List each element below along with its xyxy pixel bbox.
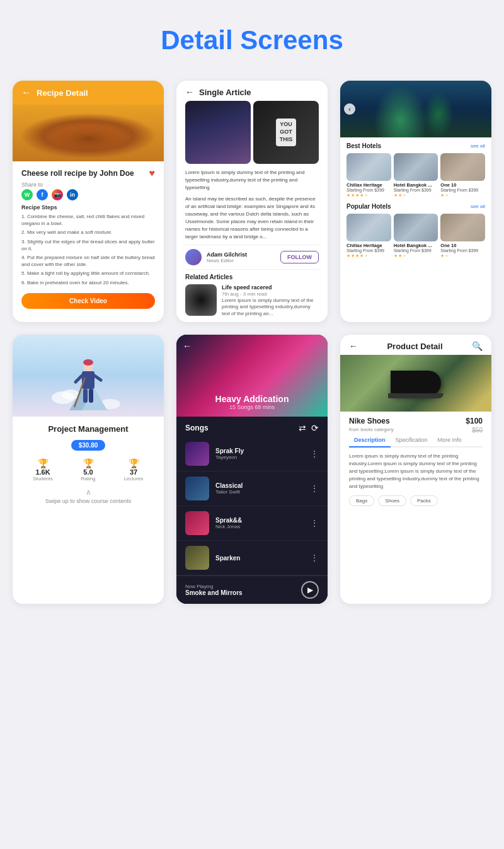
hotel-item-2: Hotel Bangkok ... Starting From $399 ★ ★… bbox=[394, 153, 438, 198]
song-thumb-2 bbox=[185, 476, 209, 500]
project-body: Project Management $30.80 🏆 1.6K Student… bbox=[13, 417, 164, 511]
music-back-button[interactable]: ← bbox=[183, 341, 192, 351]
best-hotels-title: Best Hotels bbox=[346, 142, 381, 149]
project-stats: 🏆 1.6K Students 🏆 5.0 Rating 🏆 37 Lectur… bbox=[21, 458, 155, 482]
trophy-icon-3: 🏆 bbox=[112, 458, 155, 468]
play-button[interactable]: ▶ bbox=[301, 581, 319, 599]
best-hotels-header: Best Hotels see all bbox=[346, 142, 485, 149]
repeat-icon[interactable]: ⟳ bbox=[311, 423, 319, 433]
song-more-1[interactable]: ⋮ bbox=[310, 449, 319, 459]
svg-point-6 bbox=[83, 359, 93, 366]
related-article-item: Life speed racered 7th aug - 3 min read … bbox=[185, 284, 319, 317]
tab-more-info[interactable]: More Info bbox=[433, 434, 467, 448]
article-body: Lorem Ipsum is simply dummy text of the … bbox=[176, 169, 328, 322]
single-article-card: ← Single Article YOUGOTTHIS Lorem Ipsum … bbox=[176, 81, 328, 322]
article-text-2: An island may be described as such, desp… bbox=[185, 195, 319, 241]
song-more-4[interactable]: ⋮ bbox=[310, 553, 319, 563]
song-thumb-3 bbox=[185, 511, 209, 535]
you-got-this-text: YOUGOTTHIS bbox=[276, 118, 297, 146]
hero-overlay bbox=[340, 81, 491, 137]
product-back-icon[interactable]: ← bbox=[349, 341, 358, 351]
article-back-icon[interactable]: ← bbox=[185, 87, 194, 97]
hotel-name-3: One 10 bbox=[440, 182, 485, 188]
stat-rating-value: 5.0 bbox=[67, 468, 110, 476]
best-hotels-see-all[interactable]: see all bbox=[471, 143, 485, 149]
svg-rect-9 bbox=[89, 389, 93, 403]
song-more-3[interactable]: ⋮ bbox=[310, 518, 319, 528]
trophy-icon-2: 🏆 bbox=[67, 458, 110, 468]
recipe-food-title: Cheese roll recipe by John Doe bbox=[21, 169, 134, 178]
song-item-3: Sprak&& Nick Jonas ⋮ bbox=[176, 506, 328, 541]
tag-packs[interactable]: Packs bbox=[410, 495, 438, 506]
hotels-card: ‹ Best Hotels see all Chillax Heritage S… bbox=[340, 81, 491, 322]
facebook-icon[interactable]: f bbox=[37, 189, 48, 200]
music-hero: ← Heavy Addication 15 Songs 68 mins bbox=[176, 335, 328, 417]
recipe-step-2: 2. Mix very well and make a soft mixture… bbox=[21, 229, 155, 236]
instagram-icon[interactable]: 📷 bbox=[52, 189, 63, 200]
product-price-old: $50 bbox=[472, 427, 483, 434]
popular-hotels-see-all[interactable]: see all bbox=[471, 204, 485, 209]
tab-specification[interactable]: Specification bbox=[391, 434, 433, 448]
tab-description[interactable]: Description bbox=[349, 434, 391, 448]
song-info-3: Sprak&& Nick Jonas bbox=[215, 517, 242, 529]
project-person-svg bbox=[50, 335, 126, 417]
linkedin-icon[interactable]: in bbox=[67, 189, 78, 200]
hotel-price-1: Starting From $399 bbox=[346, 188, 391, 192]
song-item-1: Sprak Fly Tayeyeon ⋮ bbox=[176, 437, 328, 471]
song-info-1: Sprak Fly Tayeyeon bbox=[215, 448, 244, 460]
author-info: Adam Gilchrist News Editor bbox=[207, 251, 247, 263]
song-artist-1: Tayeyeon bbox=[215, 454, 244, 460]
hotel-stars-2: ★ ★ ★ bbox=[394, 193, 438, 198]
related-article-date: 7th aug - 3 min read bbox=[222, 291, 319, 297]
hotels-prev-button[interactable]: ‹ bbox=[344, 103, 355, 115]
song-artist-3: Nick Jonas bbox=[215, 524, 242, 529]
article-images: YOUGOTTHIS bbox=[176, 101, 328, 169]
related-article-text: Lorem Ipsum is simply dummy text of the … bbox=[222, 297, 319, 317]
now-playing-track: Smoke and Mirrors bbox=[185, 589, 243, 596]
product-price-new: $100 bbox=[466, 417, 483, 425]
follow-button[interactable]: FOLLOW bbox=[280, 251, 319, 263]
hotel-item-1: Chillax Heritage Starting From $399 ★ ★ … bbox=[346, 153, 391, 198]
svg-rect-8 bbox=[83, 389, 88, 403]
back-arrow-icon[interactable]: ← bbox=[21, 87, 32, 98]
project-stat-lectures: 🏆 37 Lectures bbox=[112, 458, 155, 482]
related-article-info: Life speed racered 7th aug - 3 min read … bbox=[222, 284, 319, 317]
recipe-step-3: 3. Slightly cut the edges of the bread s… bbox=[21, 238, 155, 252]
swipe-hint: ∧ Swipe up to show course contents bbox=[21, 488, 155, 504]
screens-grid: ← Recipe Detail Cheese roll recipe by Jo… bbox=[13, 81, 491, 604]
swipe-hint-text: Swipe up to show course contents bbox=[45, 498, 132, 504]
article-header: ← Single Article bbox=[176, 81, 328, 101]
popular-hotel-image-2 bbox=[394, 214, 438, 241]
star-3: ★ bbox=[355, 193, 359, 198]
swipe-arrow-icon: ∧ bbox=[86, 488, 91, 497]
product-header: ← Product Detail 🔍 bbox=[340, 335, 491, 355]
hotel-image-3 bbox=[440, 153, 485, 181]
popular-hotel-price-3: Starting From $399 bbox=[440, 248, 485, 253]
shuffle-icon[interactable]: ⇄ bbox=[299, 423, 306, 433]
tag-bags[interactable]: Bags bbox=[349, 495, 374, 506]
popular-hotel-name-2: Hotel Bangkok ... bbox=[394, 243, 438, 248]
product-hero-image bbox=[340, 355, 491, 412]
product-body: Nike Shoes $100 from boots category $50 … bbox=[340, 412, 491, 511]
song-artist-2: Tailor Swift bbox=[215, 489, 243, 495]
popular-hotel-2: Hotel Bangkok ... Starting From $399 ★ ★… bbox=[394, 214, 438, 258]
article-text-1: Lorem Ipsum is simply dummy text of the … bbox=[185, 169, 319, 192]
recipe-header: ← Recipe Detail bbox=[13, 81, 164, 105]
best-hotels-section: Best Hotels see all Chillax Heritage Sta… bbox=[340, 137, 491, 266]
stat-lectures-label: Lectures bbox=[112, 476, 155, 482]
star-empty: ★ bbox=[364, 193, 368, 198]
product-search-icon[interactable]: 🔍 bbox=[472, 341, 483, 351]
favorite-icon[interactable]: ♥ bbox=[149, 168, 156, 179]
author-name: Adam Gilchrist bbox=[207, 251, 247, 258]
product-name-row: Nike Shoes $100 bbox=[349, 417, 483, 425]
project-price-badge: $30.80 bbox=[71, 440, 106, 451]
whatsapp-icon[interactable]: W bbox=[21, 189, 33, 200]
hotel-image-2 bbox=[394, 153, 438, 181]
song-thumb-4 bbox=[185, 546, 209, 570]
popular-hotel-stars-2: ★ ★ ★ bbox=[394, 253, 438, 258]
svg-line-11 bbox=[76, 376, 82, 382]
song-more-2[interactable]: ⋮ bbox=[310, 483, 319, 494]
tag-shoes[interactable]: Shoes bbox=[378, 495, 406, 506]
author-avatar bbox=[185, 249, 202, 265]
check-video-button[interactable]: Check Video bbox=[21, 293, 155, 309]
